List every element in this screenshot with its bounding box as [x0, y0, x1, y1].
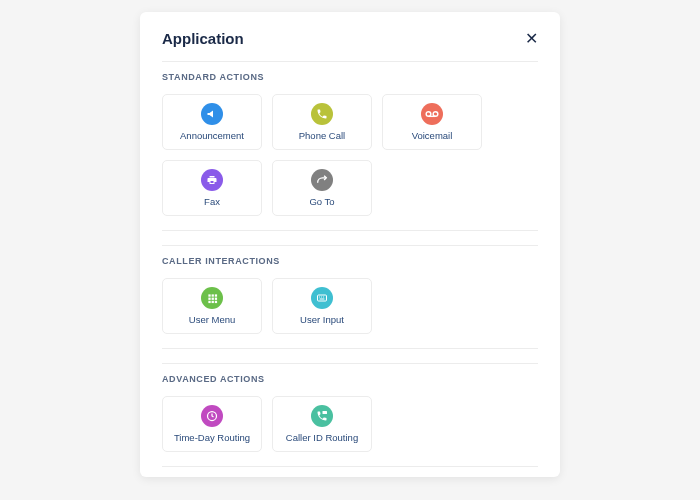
tile-phone-call[interactable]: Phone Call — [272, 94, 372, 150]
clock-icon — [201, 405, 223, 427]
section-title-standard: STANDARD ACTIONS — [162, 72, 538, 82]
application-panel: Application ✕ STANDARD ACTIONS Announcem… — [140, 12, 560, 477]
svg-rect-18 — [323, 411, 328, 414]
tile-goto[interactable]: Go To — [272, 160, 372, 216]
tile-label: Time-Day Routing — [174, 432, 250, 443]
tile-label: Caller ID Routing — [286, 432, 358, 443]
tile-label: Go To — [309, 196, 334, 207]
fax-icon — [201, 169, 223, 191]
svg-rect-8 — [214, 297, 216, 299]
svg-rect-3 — [208, 294, 210, 296]
svg-rect-12 — [318, 295, 327, 301]
caller-id-icon — [311, 405, 333, 427]
tile-announcement[interactable]: Announcement — [162, 94, 262, 150]
panel-title: Application — [162, 30, 244, 47]
tile-user-menu[interactable]: User Menu — [162, 278, 262, 334]
goto-icon — [311, 169, 333, 191]
tiles-caller: User Menu User Input — [162, 278, 538, 334]
section-advanced-actions: ADVANCED ACTIONS Time-Day Routing Caller… — [162, 363, 538, 467]
svg-rect-6 — [208, 297, 210, 299]
svg-rect-9 — [208, 300, 210, 302]
tile-label: Voicemail — [412, 130, 453, 141]
close-button[interactable]: ✕ — [525, 31, 538, 47]
close-icon: ✕ — [525, 30, 538, 47]
tile-label: Fax — [204, 196, 220, 207]
tiles-advanced: Time-Day Routing Caller ID Routing — [162, 396, 538, 452]
svg-rect-4 — [211, 294, 213, 296]
tile-caller-id-routing[interactable]: Caller ID Routing — [272, 396, 372, 452]
user-menu-icon — [201, 287, 223, 309]
panel-header: Application ✕ — [162, 30, 538, 61]
svg-rect-10 — [211, 300, 213, 302]
tile-label: Phone Call — [299, 130, 345, 141]
voicemail-icon — [421, 103, 443, 125]
user-input-icon — [311, 287, 333, 309]
section-title-advanced: ADVANCED ACTIONS — [162, 374, 538, 384]
tile-voicemail[interactable]: Voicemail — [382, 94, 482, 150]
section-standard-actions: STANDARD ACTIONS Announcement Phone Call… — [162, 61, 538, 231]
tile-label: User Menu — [189, 314, 235, 325]
tile-time-day-routing[interactable]: Time-Day Routing — [162, 396, 262, 452]
announcement-icon — [201, 103, 223, 125]
svg-rect-5 — [214, 294, 216, 296]
section-caller-interactions: CALLER INTERACTIONS User Menu User Input — [162, 245, 538, 349]
tile-label: User Input — [300, 314, 344, 325]
tile-label: Announcement — [180, 130, 244, 141]
tile-fax[interactable]: Fax — [162, 160, 262, 216]
tiles-standard: Announcement Phone Call Voicemail Fax — [162, 94, 538, 216]
svg-rect-7 — [211, 297, 213, 299]
phone-icon — [311, 103, 333, 125]
svg-rect-11 — [214, 300, 216, 302]
section-title-caller: CALLER INTERACTIONS — [162, 256, 538, 266]
tile-user-input[interactable]: User Input — [272, 278, 372, 334]
